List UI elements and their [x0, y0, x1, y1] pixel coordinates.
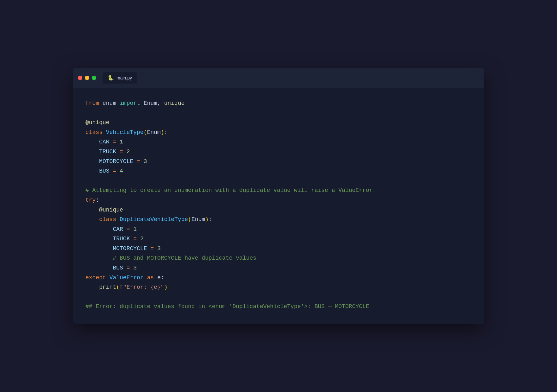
titlebar: 🐍 main.py: [73, 68, 484, 88]
traffic-lights: [78, 76, 96, 80]
python-icon: 🐍: [108, 75, 114, 81]
code-line-1: from enum import Enum, unique: [85, 98, 472, 108]
tab-filename: main.py: [116, 75, 132, 80]
blank-line-3: [85, 292, 472, 302]
code-line-11: try:: [85, 195, 472, 205]
code-line-18: BUS = 3: [85, 263, 472, 273]
code-line-12: @unique: [85, 205, 472, 215]
code-line-7: MOTORCYCLE = 3: [85, 157, 472, 167]
code-line-17: # BUS and MOTORCYCLE have duplicate valu…: [85, 253, 472, 263]
close-button[interactable]: [78, 76, 82, 80]
code-line-13: class DuplicateVehicleType(Enum):: [85, 215, 472, 224]
blank-line-2: [85, 176, 472, 186]
code-line-10: # Attempting to create an enumeration wi…: [85, 186, 472, 195]
maximize-button[interactable]: [92, 76, 96, 80]
file-tab[interactable]: 🐍 main.py: [103, 72, 137, 84]
blank-line: [85, 108, 472, 118]
code-line-20: print(f"Error: {e}"): [85, 282, 472, 292]
code-editor[interactable]: from enum import Enum, unique @unique cl…: [73, 88, 484, 324]
code-line-16: MOTORCYCLE = 3: [85, 244, 472, 254]
editor-window: 🐍 main.py from enum import Enum, unique …: [73, 68, 484, 324]
code-line-6: TRUCK = 2: [85, 147, 472, 157]
code-line-3: @unique: [85, 118, 472, 128]
code-line-4: class VehicleType(Enum):: [85, 128, 472, 137]
minimize-button[interactable]: [85, 76, 89, 80]
code-line-8: BUS = 4: [85, 166, 472, 176]
code-line-5: CAR = 1: [85, 137, 472, 147]
code-line-14: CAR = 1: [85, 224, 472, 234]
code-line-19: except ValueError as e:: [85, 273, 472, 283]
code-line-22: ## Error: duplicate values found in <enu…: [85, 302, 472, 312]
code-line-15: TRUCK = 2: [85, 234, 472, 244]
